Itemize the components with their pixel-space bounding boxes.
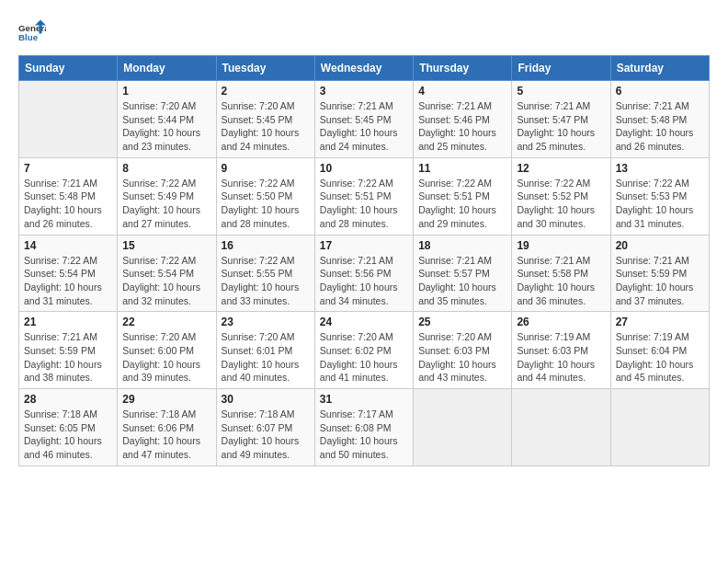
day-info: Sunrise: 7:21 AMSunset: 5:45 PMDaylight:…	[320, 99, 408, 154]
calendar-cell: 8Sunrise: 7:22 AMSunset: 5:49 PMDaylight…	[118, 157, 216, 235]
day-info: Sunrise: 7:21 AMSunset: 5:57 PMDaylight:…	[418, 254, 506, 308]
calendar-cell: 7Sunrise: 7:21 AMSunset: 5:48 PMDaylight…	[19, 157, 118, 235]
day-header-sunday: Sunday	[19, 56, 118, 81]
calendar-cell: 2Sunrise: 7:20 AMSunset: 5:45 PMDaylight…	[216, 81, 314, 158]
day-info: Sunrise: 7:21 AMSunset: 5:56 PMDaylight:…	[320, 254, 408, 308]
day-info: Sunrise: 7:20 AMSunset: 6:02 PMDaylight:…	[320, 330, 408, 385]
day-number: 1	[122, 85, 210, 98]
day-number: 12	[517, 162, 605, 175]
day-number: 11	[418, 162, 506, 175]
day-number: 2	[222, 85, 310, 98]
day-number: 10	[320, 162, 408, 175]
calendar-week-3: 14Sunrise: 7:22 AMSunset: 5:54 PMDayligh…	[19, 235, 710, 312]
day-header-friday: Friday	[512, 56, 610, 81]
calendar-cell: 31Sunrise: 7:17 AMSunset: 6:08 PMDayligh…	[314, 389, 413, 466]
calendar-cell: 24Sunrise: 7:20 AMSunset: 6:02 PMDayligh…	[314, 312, 413, 389]
day-info: Sunrise: 7:21 AMSunset: 5:47 PMDaylight:…	[517, 99, 605, 154]
day-number: 27	[616, 316, 704, 328]
day-number: 31	[320, 393, 408, 406]
day-info: Sunrise: 7:21 AMSunset: 5:46 PMDaylight:…	[418, 99, 506, 154]
day-number: 25	[418, 316, 506, 328]
day-info: Sunrise: 7:21 AMSunset: 5:59 PMDaylight:…	[616, 254, 704, 308]
day-info: Sunrise: 7:19 AMSunset: 6:04 PMDaylight:…	[616, 330, 704, 385]
calendar-cell: 17Sunrise: 7:21 AMSunset: 5:56 PMDayligh…	[314, 235, 413, 312]
day-number: 18	[418, 239, 506, 252]
calendar-cell	[610, 389, 709, 466]
day-number: 13	[616, 162, 704, 175]
calendar-table: SundayMondayTuesdayWednesdayThursdayFrid…	[18, 55, 710, 466]
day-number: 7	[24, 162, 112, 175]
calendar-cell: 12Sunrise: 7:22 AMSunset: 5:52 PMDayligh…	[512, 157, 610, 235]
calendar-week-5: 28Sunrise: 7:18 AMSunset: 6:05 PMDayligh…	[19, 389, 710, 466]
day-number: 3	[320, 85, 408, 98]
calendar-cell: 3Sunrise: 7:21 AMSunset: 5:45 PMDaylight…	[314, 81, 413, 158]
calendar-cell: 23Sunrise: 7:20 AMSunset: 6:01 PMDayligh…	[216, 312, 314, 389]
calendar-cell	[19, 81, 118, 158]
day-info: Sunrise: 7:18 AMSunset: 6:07 PMDaylight:…	[222, 408, 310, 462]
day-info: Sunrise: 7:17 AMSunset: 6:08 PMDaylight:…	[320, 408, 408, 462]
day-info: Sunrise: 7:22 AMSunset: 5:53 PMDaylight:…	[616, 177, 704, 231]
day-info: Sunrise: 7:20 AMSunset: 6:00 PMDaylight:…	[122, 330, 210, 385]
page-header: General Blue	[18, 18, 710, 46]
calendar-week-4: 21Sunrise: 7:21 AMSunset: 5:59 PMDayligh…	[19, 312, 710, 389]
day-number: 5	[517, 85, 605, 98]
day-info: Sunrise: 7:21 AMSunset: 5:58 PMDaylight:…	[517, 254, 605, 308]
day-number: 19	[517, 239, 605, 252]
calendar-cell	[512, 389, 610, 466]
calendar-week-2: 7Sunrise: 7:21 AMSunset: 5:48 PMDaylight…	[19, 157, 710, 235]
day-number: 29	[122, 393, 210, 406]
day-number: 26	[517, 316, 605, 328]
calendar-header-row: SundayMondayTuesdayWednesdayThursdayFrid…	[19, 56, 710, 81]
calendar-cell: 21Sunrise: 7:21 AMSunset: 5:59 PMDayligh…	[19, 312, 118, 389]
logo: General Blue	[18, 18, 46, 46]
day-header-wednesday: Wednesday	[314, 56, 413, 81]
svg-text:Blue: Blue	[18, 32, 39, 42]
day-info: Sunrise: 7:22 AMSunset: 5:52 PMDaylight:…	[517, 177, 605, 231]
calendar-cell: 27Sunrise: 7:19 AMSunset: 6:04 PMDayligh…	[610, 312, 709, 389]
day-number: 4	[418, 85, 506, 98]
day-number: 20	[616, 239, 704, 252]
day-info: Sunrise: 7:22 AMSunset: 5:51 PMDaylight:…	[320, 177, 408, 231]
day-info: Sunrise: 7:20 AMSunset: 6:01 PMDaylight:…	[222, 330, 310, 385]
day-header-monday: Monday	[118, 56, 216, 81]
day-info: Sunrise: 7:19 AMSunset: 6:03 PMDaylight:…	[517, 330, 605, 385]
day-number: 28	[24, 393, 112, 406]
day-header-tuesday: Tuesday	[216, 56, 314, 81]
calendar-cell: 13Sunrise: 7:22 AMSunset: 5:53 PMDayligh…	[610, 157, 709, 235]
day-info: Sunrise: 7:20 AMSunset: 5:45 PMDaylight:…	[222, 99, 310, 154]
day-number: 6	[616, 85, 704, 98]
calendar-cell: 28Sunrise: 7:18 AMSunset: 6:05 PMDayligh…	[19, 389, 118, 466]
calendar-cell: 10Sunrise: 7:22 AMSunset: 5:51 PMDayligh…	[314, 157, 413, 235]
day-info: Sunrise: 7:21 AMSunset: 5:48 PMDaylight:…	[24, 177, 112, 231]
calendar-cell: 4Sunrise: 7:21 AMSunset: 5:46 PMDaylight…	[414, 81, 512, 158]
day-header-saturday: Saturday	[610, 56, 709, 81]
calendar-cell: 16Sunrise: 7:22 AMSunset: 5:55 PMDayligh…	[216, 235, 314, 312]
day-info: Sunrise: 7:18 AMSunset: 6:05 PMDaylight:…	[24, 408, 112, 462]
day-number: 16	[222, 239, 310, 252]
calendar-cell: 6Sunrise: 7:21 AMSunset: 5:48 PMDaylight…	[610, 81, 709, 158]
calendar-cell: 25Sunrise: 7:20 AMSunset: 6:03 PMDayligh…	[414, 312, 512, 389]
day-number: 17	[320, 239, 408, 252]
calendar-cell	[414, 389, 512, 466]
calendar-cell: 11Sunrise: 7:22 AMSunset: 5:51 PMDayligh…	[414, 157, 512, 235]
calendar-cell: 29Sunrise: 7:18 AMSunset: 6:06 PMDayligh…	[118, 389, 216, 466]
calendar-cell: 14Sunrise: 7:22 AMSunset: 5:54 PMDayligh…	[19, 235, 118, 312]
day-info: Sunrise: 7:21 AMSunset: 5:48 PMDaylight:…	[616, 99, 704, 154]
day-number: 8	[122, 162, 210, 175]
calendar-cell: 18Sunrise: 7:21 AMSunset: 5:57 PMDayligh…	[414, 235, 512, 312]
calendar-cell: 5Sunrise: 7:21 AMSunset: 5:47 PMDaylight…	[512, 81, 610, 158]
day-number: 22	[122, 316, 210, 328]
day-info: Sunrise: 7:20 AMSunset: 6:03 PMDaylight:…	[418, 330, 506, 385]
calendar-cell: 20Sunrise: 7:21 AMSunset: 5:59 PMDayligh…	[610, 235, 709, 312]
day-info: Sunrise: 7:22 AMSunset: 5:54 PMDaylight:…	[24, 254, 112, 308]
calendar-cell: 19Sunrise: 7:21 AMSunset: 5:58 PMDayligh…	[512, 235, 610, 312]
logo-icon: General Blue	[18, 18, 46, 46]
day-info: Sunrise: 7:22 AMSunset: 5:50 PMDaylight:…	[222, 177, 310, 231]
day-info: Sunrise: 7:22 AMSunset: 5:49 PMDaylight:…	[122, 177, 210, 231]
calendar-cell: 22Sunrise: 7:20 AMSunset: 6:00 PMDayligh…	[118, 312, 216, 389]
day-number: 21	[24, 316, 112, 328]
day-info: Sunrise: 7:22 AMSunset: 5:55 PMDaylight:…	[222, 254, 310, 308]
day-info: Sunrise: 7:22 AMSunset: 5:54 PMDaylight:…	[122, 254, 210, 308]
day-number: 9	[222, 162, 310, 175]
day-header-thursday: Thursday	[414, 56, 512, 81]
